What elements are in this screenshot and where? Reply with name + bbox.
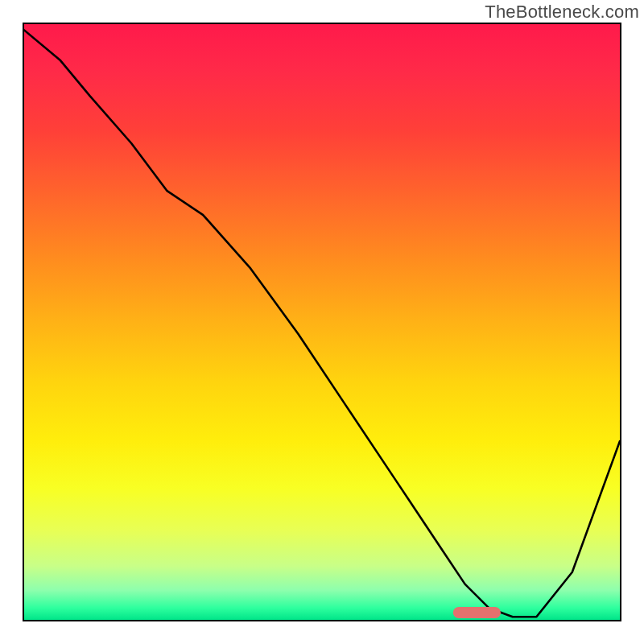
bottleneck-chart: TheBottleneck.com: [0, 0, 644, 644]
watermark-text: TheBottleneck.com: [485, 2, 639, 23]
plot-area: [23, 23, 621, 621]
bottleneck-curve: [24, 30, 620, 617]
optimal-marker: [453, 607, 501, 618]
curve-layer: [24, 24, 620, 620]
